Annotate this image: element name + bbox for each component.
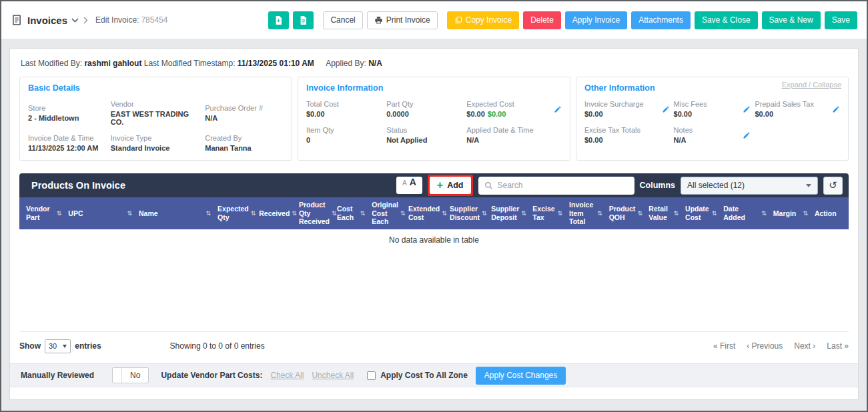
column-header-upc[interactable]: UPC	[65, 197, 135, 229]
manually-reviewed-label: Manually Reviewed	[21, 371, 94, 380]
sort-icon	[712, 209, 717, 217]
sort-icon	[206, 209, 211, 217]
sort-icon	[482, 209, 487, 217]
column-header-invoice-item-total[interactable]: Invoice Item Total	[566, 197, 606, 229]
column-header-name[interactable]: Name	[135, 197, 214, 229]
chevron-down-icon	[71, 18, 79, 23]
pagination-previous[interactable]: ‹ Previous	[747, 341, 783, 351]
apply-cost-changes-button[interactable]: Apply Cost Changes	[476, 367, 566, 385]
columns-dropdown[interactable]: All selected (12)	[681, 177, 818, 195]
sort-icon	[332, 209, 337, 217]
pagination-first[interactable]: « First	[713, 341, 735, 351]
column-header-original-cost-each[interactable]: Original Cost Each	[368, 197, 405, 229]
chevron-down-icon	[806, 184, 811, 187]
column-header-product-qoh[interactable]: Product QOH	[606, 197, 646, 229]
copy-icon	[454, 16, 462, 24]
field-applied-date: Applied Date & TimeN/A	[466, 126, 562, 144]
apply-cost-all-zone-checkbox[interactable]	[367, 371, 376, 380]
last-modified-by: rashmi gahlout	[84, 59, 141, 68]
save-new-button[interactable]: Save & New	[762, 11, 821, 29]
column-header-date-added[interactable]: Date Added	[720, 197, 770, 229]
apply-invoice-button[interactable]: Apply Invoice	[565, 11, 627, 29]
empty-row: No data available in table	[19, 229, 849, 251]
edit-expected-cost-icon[interactable]	[554, 105, 562, 113]
sort-icon	[637, 209, 642, 217]
manually-reviewed-toggle[interactable]: No	[112, 367, 149, 383]
edit-prepaid-tax-icon[interactable]	[832, 105, 840, 113]
attachments-button[interactable]: Attachments	[631, 11, 691, 29]
summary-panels: Basic Details Store2 - Middletown Vendor…	[19, 77, 849, 161]
sort-icon	[292, 209, 297, 217]
export-pdf-button[interactable]	[268, 11, 289, 29]
edit-surcharge-icon[interactable]	[662, 105, 670, 113]
printer-icon	[374, 16, 383, 25]
expected-cost-secondary: $0.00	[488, 110, 506, 118]
edit-misc-fees-icon[interactable]	[743, 105, 751, 113]
invoice-information-panel: Invoice Information Total Cost$0.00 Part…	[298, 77, 570, 161]
column-header-action: Action	[811, 197, 849, 229]
sort-icon	[251, 209, 256, 217]
field-vendor: VendorEAST WEST TRADING CO.	[111, 100, 201, 126]
sort-icon	[127, 209, 132, 217]
field-part-qty: Part Qty0.0000	[386, 100, 462, 118]
check-all-link[interactable]: Check All	[270, 371, 304, 380]
field-status: StatusNot Applied	[386, 126, 462, 144]
reset-columns-button[interactable]	[823, 177, 843, 195]
breadcrumb: Invoices Edit Invoice:785454	[11, 14, 167, 26]
export-excel-button[interactable]	[293, 11, 314, 29]
print-invoice-button[interactable]: Print Invoice	[367, 11, 438, 29]
save-close-button[interactable]: Save & Close	[695, 11, 758, 29]
applied-by: N/A	[368, 59, 382, 68]
column-header-supplier-deposit[interactable]: Supplier Deposit	[488, 197, 529, 229]
table-header-row: Vendor Part UPC Name Expected Qty Receiv…	[19, 197, 849, 229]
add-product-button[interactable]: + Add	[430, 177, 471, 194]
column-header-supplier-discount[interactable]: Supplier Discount	[446, 197, 488, 229]
page-size-select[interactable]: 30	[45, 339, 71, 353]
field-expected-cost: Expected Cost$0.00$0.00	[466, 100, 562, 118]
search-icon	[484, 181, 493, 190]
breadcrumb-current: Edit Invoice:785454	[95, 15, 167, 25]
font-size-toggle[interactable]: A A	[396, 177, 422, 194]
sort-icon	[803, 209, 808, 217]
expand-collapse-link[interactable]: Expand / Collapse	[782, 81, 841, 89]
column-header-vendor-part[interactable]: Vendor Part	[19, 197, 65, 229]
pagination: « First ‹ Previous Next › Last »	[713, 341, 849, 351]
column-header-margin[interactable]: Margin	[770, 197, 811, 229]
chevron-right-icon	[83, 17, 88, 24]
annotation-highlight: + Add	[428, 175, 473, 196]
edit-notes-icon[interactable]	[743, 131, 751, 139]
empty-table-message: No data available in table	[19, 229, 849, 251]
column-header-retail-value[interactable]: Retail Value	[645, 197, 682, 229]
field-invoice-surcharge: Invoice Surcharge$0.00	[584, 100, 670, 118]
search-input[interactable]	[498, 181, 628, 190]
column-header-expected-qty[interactable]: Expected Qty	[214, 197, 256, 229]
column-header-extended-cost[interactable]: Extended Cost	[405, 197, 446, 229]
pagination-next[interactable]: Next ›	[794, 341, 815, 351]
column-header-excise-tax[interactable]: Excise Tax	[529, 197, 566, 229]
top-bar: Invoices Edit Invoice:785454 Cancel Prin…	[1, 1, 867, 39]
column-header-received[interactable]: Received	[256, 197, 296, 229]
cancel-button[interactable]: Cancel	[323, 11, 362, 29]
columns-label: Columns	[640, 181, 675, 190]
sort-icon	[400, 209, 406, 217]
pagination-last[interactable]: Last »	[827, 341, 849, 351]
products-section-title: Products On Invoice	[19, 180, 125, 191]
module-switcher[interactable]: Invoices	[27, 15, 79, 26]
column-header-update-cost[interactable]: Update Cost	[682, 197, 720, 229]
copy-invoice-button[interactable]: Copy Invoice	[447, 11, 519, 29]
delete-button[interactable]: Delete	[523, 11, 561, 29]
field-invoice-date: Invoice Date & Time11/13/2025 12:00 AM	[28, 134, 107, 152]
column-header-product-qty-received[interactable]: Product Qty Received	[296, 197, 334, 229]
sort-icon	[597, 209, 602, 217]
uncheck-all-link[interactable]: Uncheck All	[312, 371, 354, 380]
sort-icon	[521, 209, 526, 217]
field-created-by: Created ByManan Tanna	[205, 134, 284, 152]
invoice-number: 785454	[141, 15, 167, 25]
field-total-cost: Total Cost$0.00	[306, 100, 382, 118]
sort-icon	[442, 209, 447, 217]
update-vendor-costs-label: Update Vendor Part Costs:	[161, 371, 262, 380]
column-header-cost-each[interactable]: Cost Each	[334, 197, 368, 229]
page-title: Invoices	[27, 15, 67, 26]
field-invoice-type: Invoice TypeStandard Invoice	[111, 134, 201, 152]
save-button[interactable]: Save	[825, 11, 857, 29]
